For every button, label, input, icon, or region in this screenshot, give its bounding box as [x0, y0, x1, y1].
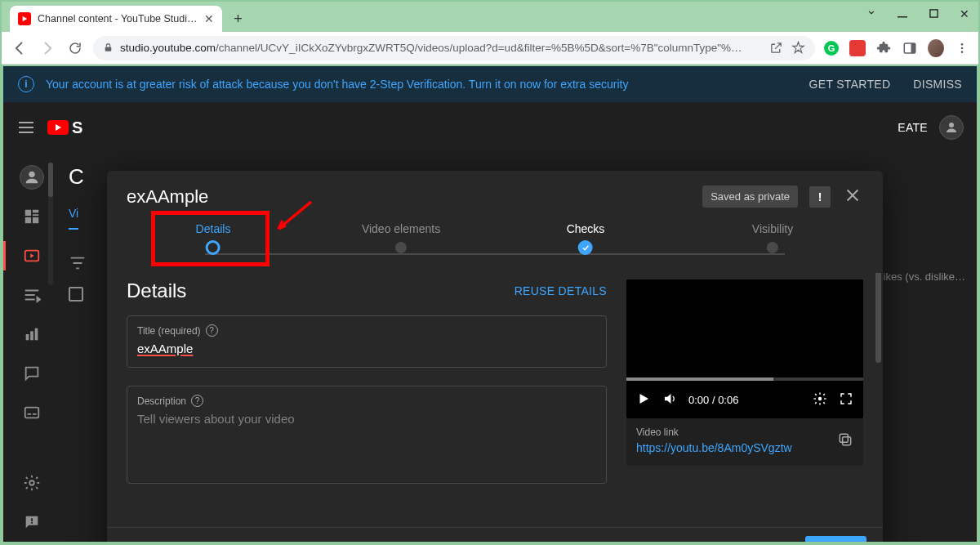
- save-status-chip: Saved as private: [702, 185, 798, 208]
- window-close-icon[interactable]: ✕: [957, 7, 972, 20]
- send-feedback-icon[interactable]: !: [809, 186, 831, 208]
- svg-point-5: [961, 43, 964, 46]
- rail-playlists-icon[interactable]: [3, 275, 60, 315]
- hamburger-icon[interactable]: [16, 118, 36, 137]
- svg-rect-11: [33, 210, 38, 213]
- upload-complete-icon: [123, 541, 140, 543]
- extensions-puzzle-icon[interactable]: [875, 40, 892, 56]
- video-link-label: Video link: [636, 427, 837, 438]
- profile-avatar-icon[interactable]: [928, 40, 944, 56]
- svg-point-22: [29, 480, 34, 485]
- dialog-title: exAAmple: [127, 186, 208, 208]
- svg-rect-27: [840, 434, 848, 442]
- tab-title: Channel content - YouTube Studi…: [38, 13, 198, 25]
- svg-rect-10: [25, 210, 31, 216]
- security-banner: i Your account is at greater risk of att…: [3, 66, 977, 102]
- video-link-block: Video link https://youtu.be/8Am0ySVgztw: [626, 418, 863, 466]
- svg-rect-14: [33, 217, 38, 223]
- chrome-menu-icon[interactable]: [954, 40, 970, 56]
- create-button-fragment[interactable]: EATE: [898, 121, 928, 134]
- details-heading: Details: [127, 279, 186, 302]
- rail-comments-icon[interactable]: [3, 354, 60, 393]
- rail-subtitles-icon[interactable]: [3, 393, 60, 432]
- fullscreen-icon[interactable]: [839, 391, 853, 409]
- description-field[interactable]: Description? Tell viewers about your vid…: [127, 386, 607, 484]
- bg-filter-icon: [69, 254, 87, 275]
- svg-rect-24: [31, 522, 33, 524]
- volume-icon[interactable]: [662, 391, 677, 409]
- banner-dismiss-button[interactable]: DISMISS: [913, 78, 962, 91]
- play-icon[interactable]: [636, 391, 651, 409]
- step-video-elements[interactable]: Video elements: [362, 222, 440, 253]
- info-icon: i: [18, 76, 34, 92]
- rail-feedback-icon[interactable]: [3, 503, 60, 542]
- reuse-details-button[interactable]: REUSE DETAILS: [514, 284, 607, 297]
- window-controls: ✕: [864, 7, 972, 20]
- left-rail: [3, 153, 60, 542]
- account-avatar[interactable]: [939, 115, 964, 140]
- address-bar[interactable]: studio.youtube.com/channel/UCvY_iICkXoZY…: [93, 36, 815, 60]
- title-label: Title (required): [137, 325, 201, 337]
- video-progress-bar[interactable]: [626, 377, 863, 381]
- dialog-scrollbar[interactable]: [875, 273, 881, 363]
- svg-rect-16: [26, 334, 29, 340]
- svg-point-9: [29, 172, 34, 177]
- window-chevron-icon[interactable]: [864, 7, 879, 20]
- window-maximize-icon[interactable]: [926, 7, 941, 20]
- youtube-favicon: [18, 12, 31, 25]
- lock-icon: [103, 42, 114, 53]
- svg-rect-20: [28, 413, 32, 415]
- settings-gear-icon[interactable]: [813, 391, 827, 409]
- copy-link-icon[interactable]: [837, 431, 853, 451]
- title-value[interactable]: exAAmple: [137, 342, 596, 355]
- hd-badge-icon: HD: [149, 541, 166, 543]
- rail-analytics-icon[interactable]: [3, 315, 60, 354]
- forward-button[interactable]: [38, 38, 57, 58]
- tab-close-icon[interactable]: ✕: [204, 12, 214, 25]
- window-minimize-icon[interactable]: [895, 7, 910, 20]
- help-icon[interactable]: ?: [191, 395, 203, 407]
- upload-dialog: exAAmple Saved as private ! Details Vide…: [107, 171, 883, 542]
- bg-fragment-c: C: [69, 164, 84, 190]
- bg-checkbox[interactable]: [69, 287, 83, 302]
- description-placeholder: Tell viewers about your video: [137, 412, 596, 426]
- bookmark-star-icon[interactable]: [791, 41, 805, 55]
- url-text: studio.youtube.com/channel/UCvY_iICkXoZY…: [120, 42, 742, 54]
- bg-fragment-vi: Vi: [69, 207, 78, 230]
- banner-get-started-button[interactable]: GET STARTED: [809, 78, 891, 91]
- extension-green-icon[interactable]: G: [823, 40, 840, 56]
- svg-point-7: [961, 51, 964, 53]
- youtube-studio-logo[interactable]: S: [47, 118, 82, 137]
- svg-rect-13: [25, 217, 31, 223]
- title-field[interactable]: Title (required)? exAAmple: [127, 315, 607, 368]
- svg-point-8: [949, 123, 954, 127]
- svg-rect-12: [33, 214, 38, 216]
- svg-rect-17: [30, 331, 33, 340]
- help-icon[interactable]: ?: [206, 324, 218, 337]
- checks-done-icon: [176, 541, 192, 543]
- svg-rect-4: [911, 43, 915, 53]
- rail-settings-icon[interactable]: [3, 463, 60, 503]
- svg-rect-0: [898, 16, 907, 18]
- banner-message: Your account is at greater risk of attac…: [46, 78, 628, 91]
- step-visibility[interactable]: Visibility: [752, 222, 793, 253]
- reload-button[interactable]: [65, 38, 85, 58]
- rail-content-icon[interactable]: [3, 236, 60, 275]
- video-preview: 0:00 / 0:06: [626, 279, 863, 418]
- browser-tab[interactable]: Channel content - YouTube Studi… ✕: [10, 6, 222, 32]
- browser-titlebar: Channel content - YouTube Studi… ✕ + ✕: [2, 2, 978, 32]
- back-button[interactable]: [10, 38, 29, 58]
- bg-column-likes: Likes (vs. dislike…: [877, 270, 965, 283]
- share-icon[interactable]: [769, 41, 783, 55]
- rail-channel-avatar[interactable]: [3, 158, 60, 197]
- dialog-close-button[interactable]: [842, 186, 863, 208]
- extension-red-icon[interactable]: [849, 40, 866, 56]
- new-tab-button[interactable]: +: [227, 7, 250, 30]
- video-link-url[interactable]: https://youtu.be/8Am0ySVgztw: [636, 441, 837, 454]
- next-button[interactable]: NEXT: [805, 536, 866, 543]
- studio-header: S EATE: [3, 102, 977, 153]
- rail-dashboard-icon[interactable]: [3, 197, 60, 236]
- video-canvas[interactable]: [626, 279, 863, 377]
- step-checks[interactable]: Checks: [567, 222, 605, 255]
- side-panel-icon[interactable]: [902, 40, 918, 56]
